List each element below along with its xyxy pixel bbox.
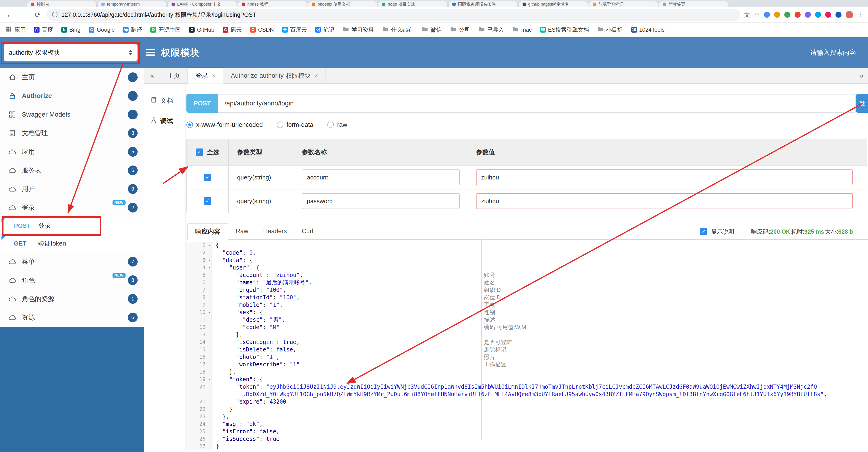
bookmark-item[interactable]: b Bing xyxy=(61,27,81,33)
bookmark-item[interactable]: ES ES搜索引擎文档 xyxy=(540,26,589,33)
browser-tab[interactable]: phoenix 使用文档 xyxy=(308,1,377,7)
browser-tab[interactable]: temporary-interim xyxy=(97,1,167,7)
fold-caret-icon[interactable]: ▾ xyxy=(208,376,211,383)
sidebar-item[interactable]: 角色 NEW 8 xyxy=(0,271,144,289)
search-input[interactable] xyxy=(775,46,856,60)
extension-icon[interactable] xyxy=(784,12,790,18)
sidebar-item[interactable]: 菜单 7 xyxy=(0,252,144,271)
response-tab[interactable]: Headers xyxy=(256,223,294,239)
window-controls[interactable] xyxy=(4,0,21,7)
response-tab[interactable]: 响应内容 xyxy=(187,223,228,240)
fold-caret-icon[interactable]: ▾ xyxy=(208,242,211,249)
reload-icon[interactable]: ⟳ xyxy=(33,11,43,19)
back-icon[interactable]: ← xyxy=(5,11,15,19)
forward-icon[interactable]: → xyxy=(19,11,29,19)
bookmark-item[interactable]: 学习资料 xyxy=(343,26,374,34)
close-window-icon[interactable] xyxy=(4,2,7,5)
menu-hamburger-icon[interactable] xyxy=(146,49,155,57)
fold-caret-icon[interactable]: ▾ xyxy=(208,256,211,264)
extension-icon[interactable] xyxy=(805,12,811,18)
module-select[interactable]: authority-权限模块 xyxy=(4,44,137,61)
bookmark-item[interactable]: 什么都有 xyxy=(382,26,413,34)
extension-icon[interactable] xyxy=(815,12,821,18)
bookmark-item[interactable]: G Google xyxy=(89,27,115,33)
document-tab[interactable]: 主页 xyxy=(160,68,188,84)
bookmark-item[interactable]: mac xyxy=(512,26,532,34)
browser-tab[interactable]: 前端学习笔记 xyxy=(589,1,658,7)
response-tab[interactable]: Raw xyxy=(228,223,256,239)
bookmark-star-icon[interactable]: ☆ xyxy=(754,11,760,19)
bookmark-item[interactable]: O 开源中国 xyxy=(150,26,181,33)
mini-nav-item[interactable]: 文档 xyxy=(144,90,185,111)
param-value-input[interactable] xyxy=(476,169,852,185)
extension-icon[interactable] xyxy=(795,12,801,18)
extension-icon[interactable] xyxy=(774,12,780,18)
browser-tab[interactable]: github pages绑定域名 xyxy=(518,1,588,7)
browser-tab[interactable]: 控制台 xyxy=(27,1,97,7)
translate-icon[interactable]: 文 xyxy=(744,11,750,19)
response-tab[interactable]: Curl xyxy=(294,223,321,239)
body-type-radio[interactable]: raw xyxy=(327,121,347,129)
browser-tab[interactable]: node 项目实战 xyxy=(378,1,448,7)
mini-nav-item[interactable]: 调试 xyxy=(144,111,185,131)
address-bar[interactable]: ⓘ 127.0.0.1:8760/api/gate/doc.html#/auth… xyxy=(46,9,740,21)
body-type-radio[interactable]: x-www-form-urlencoded xyxy=(186,121,263,129)
bookmark-item[interactable]: 公司 xyxy=(450,26,470,34)
sidebar-item[interactable]: 应用 5 xyxy=(0,142,144,161)
maximize-window-icon[interactable] xyxy=(17,2,21,5)
close-icon[interactable]: × xyxy=(314,72,318,79)
extension-icon[interactable] xyxy=(835,12,841,18)
extension-icon[interactable] xyxy=(764,12,770,18)
extension-icon[interactable] xyxy=(825,12,831,18)
browser-tab[interactable]: LAMP - Composer 中文 xyxy=(167,1,237,7)
browser-tab[interactable]: 新标签页 xyxy=(659,1,728,7)
bookmark-item[interactable]: 译 翻译 xyxy=(123,26,142,33)
sidebar-item[interactable]: 文档管理 3 xyxy=(0,124,144,142)
bookmark-item[interactable]: C CSDN xyxy=(250,27,274,33)
profile-avatar[interactable] xyxy=(846,11,853,19)
select-all-checkbox[interactable] xyxy=(196,148,203,156)
bookmark-item[interactable]: G GitHub xyxy=(189,27,214,33)
fold-caret-icon[interactable]: ▾ xyxy=(208,309,211,316)
chevron-right-icon[interactable]: » xyxy=(856,72,867,80)
sidebar-item[interactable]: 服务表 6 xyxy=(0,161,144,180)
request-url-input[interactable] xyxy=(218,94,856,113)
fullscreen-icon[interactable] xyxy=(859,229,864,234)
chevron-left-icon[interactable]: « xyxy=(144,72,160,80)
sidebar-item[interactable]: 登录 NEW 2 xyxy=(0,198,144,217)
document-tab[interactable]: 登录 × xyxy=(188,68,223,84)
page-info-icon[interactable]: ⓘ xyxy=(52,11,58,19)
param-name-input[interactable] xyxy=(302,193,460,209)
sidebar-item[interactable]: Swagger Models xyxy=(0,105,144,124)
sidebar-api-item[interactable]: POST 登录 xyxy=(0,217,144,235)
bookmark-item[interactable]: 记 笔记 xyxy=(315,26,334,33)
body-type-radio[interactable]: form-data xyxy=(277,121,314,129)
bookmark-item[interactable]: 云 百度云 xyxy=(282,26,307,33)
bookmark-item[interactable]: 微信 xyxy=(422,26,442,34)
show-desc-checkbox[interactable] xyxy=(700,228,707,235)
param-name-input[interactable] xyxy=(302,169,460,185)
sidebar-item[interactable]: 角色的资源 1 xyxy=(0,289,144,308)
bookmark-item[interactable]: 小目标 xyxy=(597,26,623,34)
menu-kebab-icon[interactable]: ⋮ xyxy=(857,11,863,19)
sidebar-api-item[interactable]: GET 验证token xyxy=(0,235,144,252)
bookmark-item[interactable]: 已导入 xyxy=(478,26,504,34)
sidebar-item[interactable]: 主页 xyxy=(0,68,144,87)
param-value-input[interactable] xyxy=(476,193,852,209)
sidebar-item[interactable]: Authorize xyxy=(0,87,144,105)
minimize-window-icon[interactable] xyxy=(10,2,14,5)
sidebar-item[interactable]: 资源 6 xyxy=(0,308,144,327)
browser-tab[interactable]: hbase 教程 xyxy=(238,1,307,7)
sidebar-item[interactable]: 用户 9 xyxy=(0,180,144,198)
fold-caret-icon[interactable]: ▾ xyxy=(208,264,211,272)
row-checkbox[interactable] xyxy=(204,174,211,181)
close-icon[interactable]: × xyxy=(212,72,216,79)
bookmark-item[interactable]: 10 1024Tools xyxy=(631,27,664,33)
bookmark-item[interactable]: 应用 xyxy=(6,26,26,34)
row-checkbox[interactable] xyxy=(204,197,211,205)
bookmark-item[interactable]: 百 百度 xyxy=(34,26,53,33)
send-button[interactable]: 发 xyxy=(856,94,868,113)
bookmark-item[interactable]: G 码云 xyxy=(223,26,242,33)
document-tab[interactable]: Authorize-authority-权限模块 × xyxy=(223,68,326,84)
browser-tab[interactable]: 国际税务师报名条件 xyxy=(448,1,518,7)
